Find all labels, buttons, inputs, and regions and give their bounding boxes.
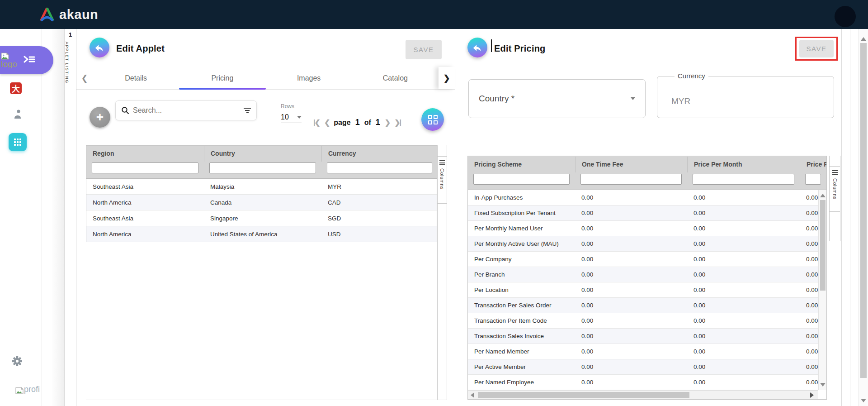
columns-tab[interactable]: Columns [438, 157, 447, 204]
settings-gear-icon[interactable] [12, 356, 23, 367]
cell-price-per-month: 0.00 [687, 302, 800, 309]
cell-pricing-scheme: Per Monthly Named User [468, 225, 575, 232]
columns-tab[interactable]: Columns [830, 167, 840, 212]
column-header[interactable]: Price Pe [800, 157, 826, 172]
applet-tab-number: 1 [65, 31, 76, 38]
tabs-prev-chevron[interactable]: ❮ [76, 67, 93, 89]
save-button[interactable]: SAVE [406, 40, 442, 59]
grid-view-icon [428, 115, 438, 124]
column-header[interactable]: Pricing Scheme [468, 157, 575, 172]
table-horizontal-scrollbar[interactable] [468, 390, 818, 399]
sidebar: logo 大 [0, 29, 42, 406]
cell-region: Southeast Asia [86, 183, 204, 190]
table-row[interactable]: North America Canada CAD [86, 195, 437, 210]
cell-pricing-scheme: Transaction Per Item Code [468, 317, 575, 324]
last-page-icon[interactable]: ❯| [394, 118, 401, 127]
tab-item[interactable]: Details [93, 67, 179, 89]
column-filter-input[interactable] [473, 174, 570, 185]
cell-one-time-fee: 0.00 [575, 302, 687, 309]
column-filter-input[interactable] [693, 174, 794, 185]
broken-image-icon [15, 387, 24, 394]
sidebar-item-app-logo[interactable]: 大 [10, 82, 22, 94]
add-button[interactable]: + [90, 107, 110, 128]
tabs-next-chevron[interactable]: ❯ [439, 67, 455, 89]
columns-tab-label: Columns [832, 178, 838, 200]
column-filter-input[interactable] [580, 174, 682, 185]
sidebar-logo-pill[interactable]: logo [0, 46, 53, 74]
profile-image-broken[interactable]: profi [15, 385, 42, 394]
cell-currency: MYR [321, 183, 438, 190]
tab-item[interactable]: Images [266, 67, 352, 89]
column-header[interactable]: Region [86, 146, 204, 162]
table-row[interactable]: Southeast Asia Malaysia MYR [86, 179, 437, 195]
table-row[interactable]: Per Named Member 0.00 0.00 0.00 [468, 344, 818, 359]
search-input[interactable] [133, 106, 240, 115]
table-row[interactable]: Per Monthly Active User (MAU) 0.00 0.00 … [468, 236, 818, 252]
avatar[interactable] [835, 6, 856, 27]
cell-pricing-scheme: Per Company [468, 256, 575, 263]
column-header[interactable]: Country [204, 146, 321, 162]
tab-item[interactable]: Catalog [352, 67, 439, 89]
back-button[interactable] [467, 38, 487, 57]
scrollbar-thumb[interactable] [478, 392, 689, 398]
currency-field[interactable]: Currency MYR [657, 76, 834, 118]
collapse-menu-icon[interactable] [24, 55, 35, 66]
tab-item[interactable]: Pricing [179, 67, 265, 89]
table-row[interactable]: Per Monthly Named User 0.00 0.00 0.00 [468, 221, 818, 236]
country-select[interactable]: Country * [468, 79, 646, 118]
table-row[interactable]: Fixed Subscription Per Tenant 0.00 0.00 … [468, 205, 818, 221]
scroll-up-arrow-icon[interactable] [861, 37, 866, 41]
cell-region: North America [86, 199, 204, 206]
scroll-right-arrow-icon[interactable] [810, 392, 814, 398]
cell-price-per-month: 0.00 [687, 379, 800, 386]
cell-price-4: 0.00 [800, 271, 818, 278]
cell-price-4: 0.00 [800, 287, 818, 293]
cell-currency: USD [321, 231, 438, 238]
table-row[interactable]: Per Company 0.00 0.00 0.00 [468, 252, 818, 267]
scroll-down-arrow-icon[interactable] [861, 399, 866, 402]
table-row[interactable]: Per Active Member 0.00 0.00 0.00 [468, 359, 818, 375]
table-row[interactable]: Transaction Per Sales Order 0.00 0.00 0.… [468, 298, 818, 313]
gutter-cap [438, 145, 447, 157]
first-page-icon[interactable]: |❮ [313, 118, 320, 127]
table-row[interactable]: Per Location 0.00 0.00 0.00 [468, 282, 818, 298]
scroll-down-arrow-icon[interactable] [820, 383, 826, 387]
applet-listing-vertical-tab[interactable]: 1 APPLET LISTING [65, 29, 76, 406]
columns-icon [832, 170, 838, 175]
scroll-left-arrow-icon[interactable] [471, 392, 474, 398]
back-button[interactable] [90, 38, 109, 57]
scroll-up-arrow-icon[interactable] [820, 194, 826, 197]
table-row[interactable]: Transaction Per Item Code 0.00 0.00 0.00 [468, 313, 818, 329]
next-page-icon[interactable]: ❯ [385, 118, 390, 127]
scrollbar-thumb[interactable] [820, 200, 826, 291]
column-header[interactable]: Price Per Month [687, 157, 800, 172]
table-row[interactable]: Per Named Employee 0.00 0.00 0.00 [468, 375, 818, 390]
scrollbar-thumb[interactable] [860, 43, 867, 378]
column-filter-input[interactable] [805, 174, 821, 185]
apps-grid-button[interactable] [9, 133, 27, 151]
filter-icon[interactable] [244, 108, 251, 113]
table-row[interactable]: In-App Purchases 0.00 0.00 0.00 [468, 190, 818, 205]
pricing-scheme-table: Pricing Scheme One Time Fee Price Per Mo… [467, 156, 827, 400]
prev-page-icon[interactable]: ❮ [324, 118, 329, 127]
table-row[interactable]: Per Branch 0.00 0.00 0.00 [468, 267, 818, 282]
column-filter-input[interactable] [92, 162, 198, 173]
cell-price-4: 0.00 [800, 256, 818, 263]
cell-pricing-scheme: Per Branch [468, 271, 575, 278]
column-header[interactable]: One Time Fee [575, 157, 687, 172]
rows-select[interactable]: 10 [281, 113, 302, 123]
table-vertical-scrollbar[interactable] [818, 190, 826, 390]
page-vertical-scrollbar[interactable] [858, 29, 868, 406]
column-filter-input[interactable] [327, 162, 432, 173]
cell-price-per-month: 0.00 [687, 348, 800, 355]
column-header[interactable]: Currency [321, 146, 438, 162]
cell-price-per-month: 0.00 [687, 317, 800, 324]
table-row[interactable]: North America United States of America U… [86, 226, 437, 242]
column-filter-input[interactable] [209, 162, 316, 173]
user-icon[interactable] [13, 109, 23, 119]
applet-tab-label: APPLET LISTING [65, 42, 69, 84]
grid-view-button[interactable] [421, 108, 444, 131]
table-row[interactable]: Transaction Sales Invoice 0.00 0.00 0.00 [468, 329, 818, 344]
save-button[interactable]: SAVE [799, 40, 834, 57]
table-row[interactable]: Southeast Asia Singapore SGD [86, 210, 437, 226]
